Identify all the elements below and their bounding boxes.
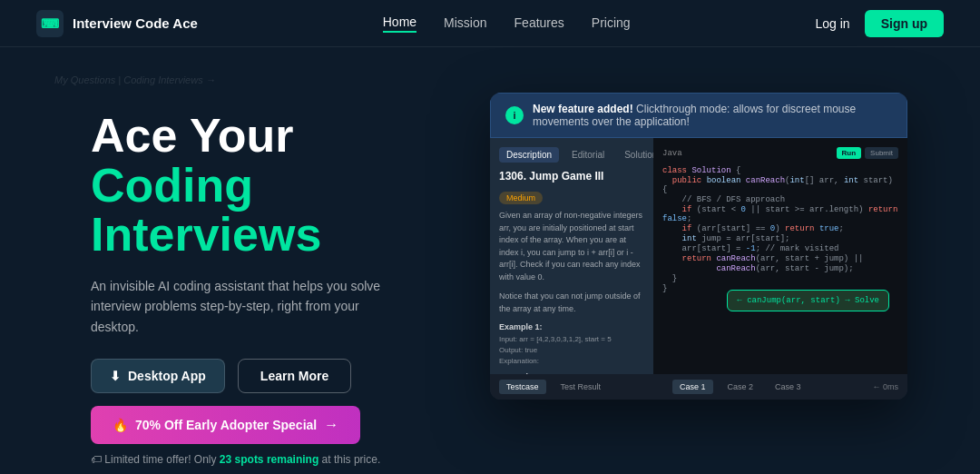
code-panel: Java Run Submit class Solution { public … — [653, 138, 907, 374]
bg-decorative-text: My Questions | Coding Interviews → — [54, 74, 216, 85]
problem-tabs: Description Editorial Solutions Submissi… — [499, 147, 644, 163]
app-screenshot: i New feature added! Clickthrough mode: … — [490, 93, 907, 400]
problem-notice: Notice that you can not jump outside of … — [499, 291, 644, 315]
tab-solutions[interactable]: Solutions — [617, 147, 653, 163]
spots-count: 23 spots remaining — [220, 453, 318, 466]
tag-icon: 🏷 — [91, 453, 102, 466]
login-button[interactable]: Log in — [816, 16, 850, 31]
title-line1: Ace Your — [91, 109, 294, 162]
notification-bar: i New feature added! Clickthrough mode: … — [490, 93, 907, 138]
code-action-buttons: Run Submit — [837, 147, 898, 159]
code-line-6: int jump = arr[start]; — [662, 234, 898, 243]
download-icon: ⬇ — [110, 369, 121, 383]
signup-button[interactable]: Sign up — [865, 10, 944, 37]
hero-section: My Questions | Coding Interviews → Ace Y… — [0, 47, 980, 474]
example-1-input: Input: arr = [4,2,3,0,3,1,2], start = 5 — [499, 334, 644, 345]
problem-title: 1306. Jump Game III — [499, 170, 644, 183]
navbar: ⌨ Interview Code Ace Home Mission Featur… — [0, 0, 980, 47]
arrow-icon: → — [324, 417, 338, 433]
hero-subtitle: An invisible AI coding assistant that he… — [91, 276, 381, 337]
desktop-btn-label: Desktop App — [128, 369, 206, 383]
code-line-9: canReach(arr, start - jump); — [662, 264, 898, 273]
nav-actions: Log in Sign up — [816, 10, 944, 37]
testcase-tab[interactable]: Testcase — [499, 380, 546, 394]
example-2-title: Example 2: — [499, 372, 644, 374]
code-line-8: return canReach(arr, start + jump) || — [662, 254, 898, 263]
notif-bold: New feature added! — [533, 103, 633, 115]
learn-more-button[interactable]: Learn More — [238, 359, 351, 393]
case-3-tab[interactable]: Case 3 — [768, 380, 808, 394]
test-cases: Case 1 Case 2 Case 3 — [672, 380, 808, 394]
example-1: Example 1: Input: arr = [4,2,3,0,3,1,2],… — [499, 322, 644, 367]
tab-editorial[interactable]: Editorial — [564, 147, 612, 163]
notif-info-icon: i — [505, 106, 524, 124]
problem-description: Given an array of non-negative integers … — [499, 210, 644, 283]
nav-link-pricing[interactable]: Pricing — [592, 15, 631, 32]
run-button[interactable]: Run — [837, 147, 862, 159]
bottom-bar: Testcase Test Result Case 1 Case 2 Case … — [490, 374, 907, 400]
code-toolbar: Java Run Submit — [662, 147, 898, 159]
code-line-10: } — [662, 274, 898, 283]
ai-suggestion-bubble: ← canJump(arr, start) → Solve — [727, 290, 889, 311]
case-1-tab[interactable]: Case 1 — [672, 380, 713, 394]
promo-label: 70% Off Early Adopter Special — [135, 418, 317, 432]
code-language: Java — [662, 149, 682, 158]
promo-button[interactable]: 🔥 70% Off Early Adopter Special → — [91, 406, 360, 444]
example-2: Example 2: Input: arr = [4,2,3,0,3,1,2],… — [499, 372, 644, 374]
hero-title: Ace Your Coding Interviews — [91, 111, 454, 260]
logo-icon: ⌨ — [36, 10, 64, 37]
code-line-7: arr[start] = -1; // mark visited — [662, 244, 898, 253]
code-line-2: public boolean canReach(int[] arr, int s… — [662, 176, 898, 194]
nav-link-home[interactable]: Home — [383, 15, 416, 33]
hero-left: Ace Your Coding Interviews An invisible … — [91, 84, 454, 474]
code-line-4: if (start < 0 || start >= arr.length) re… — [662, 205, 898, 223]
title-line2: Coding — [91, 159, 253, 212]
nav-brand-area: ⌨ Interview Code Ace — [36, 10, 198, 37]
nav-links: Home Mission Features Pricing — [383, 15, 631, 33]
example-1-explanation: Explanation: — [499, 356, 644, 367]
code-line-1: class Solution { — [662, 166, 898, 175]
nav-link-features[interactable]: Features — [514, 15, 564, 32]
testcase-tabs: Testcase Test Result — [499, 380, 608, 394]
notification-text: New feature added! Clickthrough mode: al… — [533, 103, 892, 128]
result-status: ← 0ms — [872, 382, 898, 391]
code-line-5: if (arr[start] == 0) return true; — [662, 224, 898, 233]
title-line3: Interviews — [91, 208, 321, 261]
difficulty-badge: Medium — [499, 192, 543, 204]
brand-name: Interview Code Ace — [73, 15, 198, 31]
hero-right: i New feature added! Clickthrough mode: … — [490, 84, 907, 400]
nav-link-mission[interactable]: Mission — [444, 15, 486, 32]
example-1-output: Output: true — [499, 345, 644, 356]
submit-button[interactable]: Submit — [865, 147, 898, 159]
example-1-title: Example 1: — [499, 322, 644, 331]
desktop-app-button[interactable]: ⬇ Desktop App — [91, 359, 225, 393]
limited-offer-text: 🏷 Limited time offer! Only 23 spots rema… — [91, 453, 454, 466]
code-line-3: // BFS / DFS approach — [662, 195, 898, 204]
hero-cta-buttons: ⬇ Desktop App Learn More — [91, 359, 454, 393]
problem-panel: Description Editorial Solutions Submissi… — [490, 138, 653, 374]
test-result-tab[interactable]: Test Result — [554, 380, 609, 394]
limited-prefix: Limited time offer! Only — [104, 453, 216, 466]
app-content: Description Editorial Solutions Submissi… — [490, 138, 907, 374]
tab-description[interactable]: Description — [499, 147, 559, 163]
case-2-tab[interactable]: Case 2 — [720, 380, 761, 394]
fire-icon: 🔥 — [113, 418, 128, 432]
limited-suffix: at this price. — [322, 453, 381, 466]
